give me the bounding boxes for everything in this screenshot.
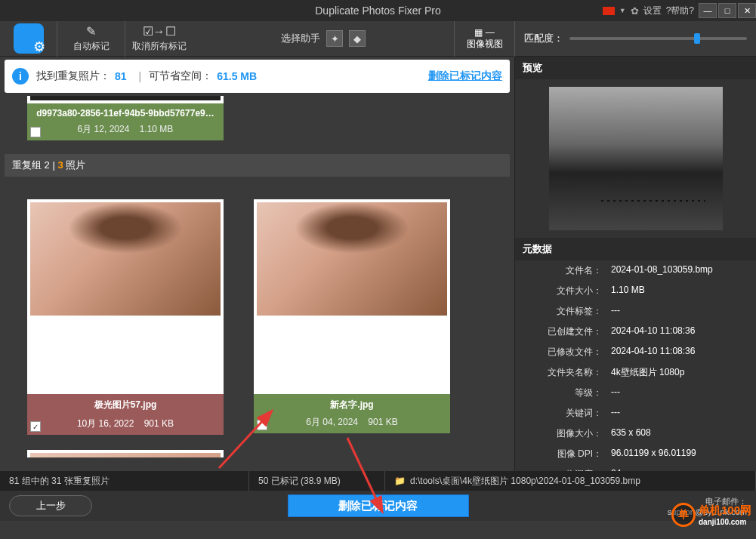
metadata-key: 已修改文件： [523,346,602,359]
thumbnail [257,202,447,316]
metadata-row: 图像大小：635 x 608 [515,424,756,444]
image-view-button[interactable]: ▦ — 图像视图 [454,21,514,57]
metadata-row: 已创建文件：2024-04-10 11:08:36 [515,322,756,342]
thumbnail [27,450,224,457]
dropdown-icon[interactable]: ▼ [619,7,626,14]
metadata-row: 文件大小：1.10 MB [515,281,756,301]
filename: 新名字.jpg [258,396,446,414]
mark-checkbox[interactable] [257,420,267,430]
group-header: 重复组 2 | 3 照片 [5,154,510,177]
separator: | [139,70,142,82]
metadata-value: --- [602,407,748,420]
metadata-row: 图像 DPI：96.01199 x 96.01199 [515,444,756,464]
status-marked-info: 50 已标记 (38.9 MB) [249,471,385,491]
helper-button-2[interactable]: ◆ [349,30,366,47]
mark-checkbox[interactable] [30,127,41,137]
metadata-value: 4k壁纸图片 1080p [602,366,748,379]
filename: d9973a80-2856-11ef-94b5-9bbd57677e9… [32,105,219,122]
metadata-key: 已创建文件： [523,325,602,338]
match-label: 匹配度： [524,32,563,45]
preview-image-area [515,79,756,238]
metadata-key: 文件标签： [523,305,602,318]
select-helper-label: 选择助手 [281,32,320,45]
auto-mark-button[interactable]: ✎ 自动标记 [57,21,125,57]
result-card[interactable]: d9973a80-2856-11ef-94b5-9bbd57677e9… 6月 … [27,96,224,140]
metadata-key: 关键词： [523,407,602,420]
slider-thumb[interactable] [694,33,700,44]
titlebar-right: ▼ ✿ 设置 ?帮助? — □ ✕ [603,3,756,18]
toolbar: ✎ 自动标记 ☑→☐ 取消所有标记 选择助手 ✦ ◆ ▦ — 图像视图 匹配度： [0,21,756,57]
match-slider-area: 匹配度： [514,21,756,57]
titlebar: Duplicate Photos Fixer Pro ▼ ✿ 设置 ?帮助? —… [0,0,756,21]
metadata-value: --- [602,387,748,399]
file-meta: 6月 04, 2024 901 KB [258,414,446,432]
maximize-button[interactable]: □ [718,3,736,18]
metadata-value: 2024-04-10 11:08:36 [602,346,748,359]
result-card[interactable]: 极光图片57.jpg 10月 16, 2022 901 KB ✓ [27,199,224,435]
metadata-row: 位深度：24 [515,464,756,471]
metadata-value: 635 x 608 [602,427,748,440]
metadata-key: 文件名： [523,264,602,277]
found-count: 81 [115,70,127,82]
watermark-icon: 单 [671,503,696,527]
delete-marked-link[interactable]: 删除已标记内容 [428,69,502,83]
metadata-key: 文件夹名称： [523,366,602,379]
gear-icon[interactable]: ✿ [631,5,639,17]
helper-button-1[interactable]: ✦ [326,30,343,47]
group-label: 重复组 2 [12,159,50,171]
main-content: i 找到重复照片： 81 | 可节省空间： 61.5 MB 删除已标记内容 d9… [0,57,756,471]
folder-icon: 📁 [394,476,406,486]
filename: 极光图片57.jpg [32,396,219,414]
metadata-value: --- [602,305,748,318]
thumbnail [30,202,221,316]
file-meta: 6月 12, 2024 1.10 MB [32,122,219,139]
watermark: 单 单机100网 danji100.com [671,503,751,527]
found-label: 找到重复照片： [36,69,110,83]
metadata-row: 文件名：2024-01-08_103059.bmp [515,260,756,281]
metadata-key: 文件大小： [523,285,602,297]
settings-menu[interactable]: 设置 [643,5,662,17]
metadata-row: 文件标签：--- [515,301,756,322]
result-card[interactable]: 新名字.jpg 6月 04, 2024 901 KB [254,199,450,435]
unmark-all-label: 取消所有标记 [132,40,187,53]
metadata-row: 等级：--- [515,383,756,403]
metadata-row: 关键词：--- [515,403,756,424]
mark-checkbox[interactable]: ✓ [30,421,41,432]
metadata-list[interactable]: 文件名：2024-01-08_103059.bmp文件大小：1.10 MB文件标… [515,260,756,471]
app-title: Duplicate Photos Fixer Pro [315,5,441,17]
left-column: i 找到重复照片： 81 | 可节省空间： 61.5 MB 删除已标记内容 d9… [0,57,514,471]
preview-header: 预览 [515,57,756,79]
metadata-value: 96.01199 x 96.01199 [602,448,748,460]
status-file-path: 📁 d:\tools\桌面\4k壁纸图片 1080p\2024-01-08_10… [385,471,756,491]
auto-mark-label: 自动标记 [73,40,110,53]
delete-marked-button[interactable]: 删除已标记内容 [288,494,469,517]
result-card[interactable] [27,450,224,457]
minimize-button[interactable]: — [699,3,717,18]
flag-icon[interactable] [603,7,615,15]
status-group-info: 81 组中的 31 张重复照片 [0,471,249,491]
group-unit: 照片 [66,159,85,171]
select-helper-area: 选择助手 ✦ ◆ [193,30,454,47]
card-footer: d9973a80-2856-11ef-94b5-9bbd57677e9… 6月 … [27,103,224,140]
prev-button[interactable]: 上一步 [9,495,92,516]
metadata-key: 等级： [523,387,602,399]
info-bar: i 找到重复照片： 81 | 可节省空间： 61.5 MB 删除已标记内容 [5,60,510,93]
close-button[interactable]: ✕ [738,3,756,18]
app-logo [0,21,57,57]
help-menu[interactable]: ?帮助? [666,5,694,17]
right-column: 预览 元数据 文件名：2024-01-08_103059.bmp文件大小：1.1… [514,57,756,471]
metadata-value: 1.10 MB [602,285,748,297]
unmark-all-button[interactable]: ☑→☐ 取消所有标记 [125,21,193,57]
results-scroll[interactable]: d9973a80-2856-11ef-94b5-9bbd57677e9… 6月 … [0,96,514,471]
info-icon: i [12,68,29,85]
save-label: 可节省空间： [149,69,212,83]
match-slider[interactable] [569,37,747,40]
metadata-key: 图像大小： [523,427,602,440]
bottom-bar: 上一步 删除已标记内容 电子邮件： support@sy…nk.com [0,491,756,521]
preview-image [549,87,723,230]
wand-icon: ✎ [86,24,96,38]
metadata-value: 2024-04-10 11:08:36 [602,325,748,338]
image-view-label: 图像视图 [467,38,503,51]
status-bar: 81 组中的 31 张重复照片 50 已标记 (38.9 MB) 📁 d:\to… [0,471,756,491]
thumbnail [27,96,224,103]
